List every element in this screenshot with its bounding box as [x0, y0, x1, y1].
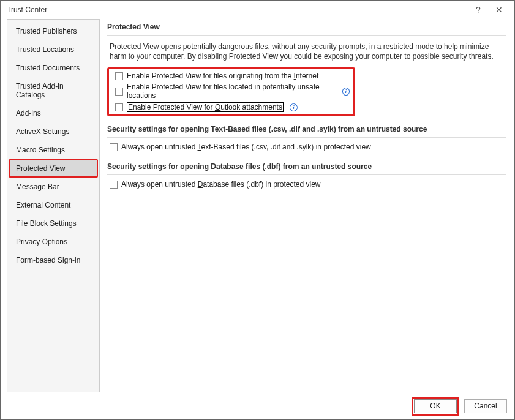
ok-button-highlight: OK — [412, 397, 459, 416]
checkbox-enable-pv-unsafe-locations[interactable]: Enable Protected View for files located … — [115, 83, 350, 100]
checkbox-open-database-pv[interactable]: Always open untrusted Database files (.d… — [110, 180, 506, 189]
info-icon[interactable]: i — [290, 103, 298, 111]
checkbox-box[interactable] — [110, 181, 118, 189]
sidebar-item-file-block-settings[interactable]: File Block Settings — [9, 214, 98, 233]
checkbox-label: Enable Protected View for files originat… — [127, 72, 318, 80]
checkbox-open-text-based-pv[interactable]: Always open untrusted Text-Based files (… — [110, 143, 506, 151]
protected-view-checkbox-group-highlight: Enable Protected View for files originat… — [107, 67, 355, 116]
close-icon[interactable]: ✕ — [489, 5, 509, 15]
section-heading-text-based: Security settings for opening Text-Based… — [107, 122, 506, 138]
sidebar-item-add-ins[interactable]: Add-ins — [9, 104, 98, 122]
checkbox-label: Enable Protected View for Outlook attach… — [127, 102, 284, 112]
protected-view-description: Protected View opens potentially dangero… — [107, 40, 506, 67]
checkbox-box[interactable] — [115, 72, 123, 80]
checkbox-box[interactable] — [115, 103, 123, 111]
sidebar-item-trusted-publishers[interactable]: Trusted Publishers — [9, 22, 98, 40]
sidebar-item-trusted-locations[interactable]: Trusted Locations — [9, 40, 98, 59]
titlebar: Trust Center ? ✕ — [1, 1, 514, 19]
sidebar-item-message-bar[interactable]: Message Bar — [9, 178, 98, 196]
sidebar-item-protected-view[interactable]: Protected View — [9, 159, 98, 178]
content-panel: Protected View Protected View opens pote… — [107, 19, 508, 392]
checkbox-label: Always open untrusted Database files (.d… — [121, 180, 321, 189]
sidebar-item-macro-settings[interactable]: Macro Settings — [9, 141, 98, 159]
sidebar-item-activex-settings[interactable]: ActiveX Settings — [9, 122, 98, 141]
sidebar-item-privacy-options[interactable]: Privacy Options — [9, 233, 98, 251]
dialog-footer: OK Cancel — [1, 392, 514, 419]
sidebar-item-form-based-signin[interactable]: Form-based Sign-in — [9, 251, 98, 269]
help-icon[interactable]: ? — [468, 5, 489, 15]
sidebar-item-trusted-addin-catalogs[interactable]: Trusted Add-in Catalogs — [9, 77, 98, 104]
window-title: Trust Center — [7, 6, 468, 14]
sidebar-item-external-content[interactable]: External Content — [9, 196, 98, 214]
cancel-button[interactable]: Cancel — [464, 399, 507, 413]
sidebar-item-trusted-documents[interactable]: Trusted Documents — [9, 59, 98, 77]
info-icon[interactable]: i — [342, 88, 350, 96]
checkbox-enable-pv-outlook[interactable]: Enable Protected View for Outlook attach… — [115, 102, 350, 112]
sidebar: Trusted Publishers Trusted Locations Tru… — [7, 19, 100, 392]
section-heading-protected-view: Protected View — [107, 23, 506, 36]
ok-button[interactable]: OK — [414, 399, 457, 413]
checkbox-box[interactable] — [115, 88, 123, 96]
checkbox-box[interactable] — [110, 143, 118, 151]
checkbox-enable-pv-internet[interactable]: Enable Protected View for files originat… — [115, 72, 350, 80]
checkbox-label: Enable Protected View for files located … — [127, 83, 336, 100]
section-heading-database: Security settings for opening Database f… — [107, 160, 506, 175]
checkbox-label: Always open untrusted Text-Based files (… — [121, 143, 371, 151]
trust-center-dialog: Trust Center ? ✕ Trusted Publishers Trus… — [0, 0, 515, 420]
